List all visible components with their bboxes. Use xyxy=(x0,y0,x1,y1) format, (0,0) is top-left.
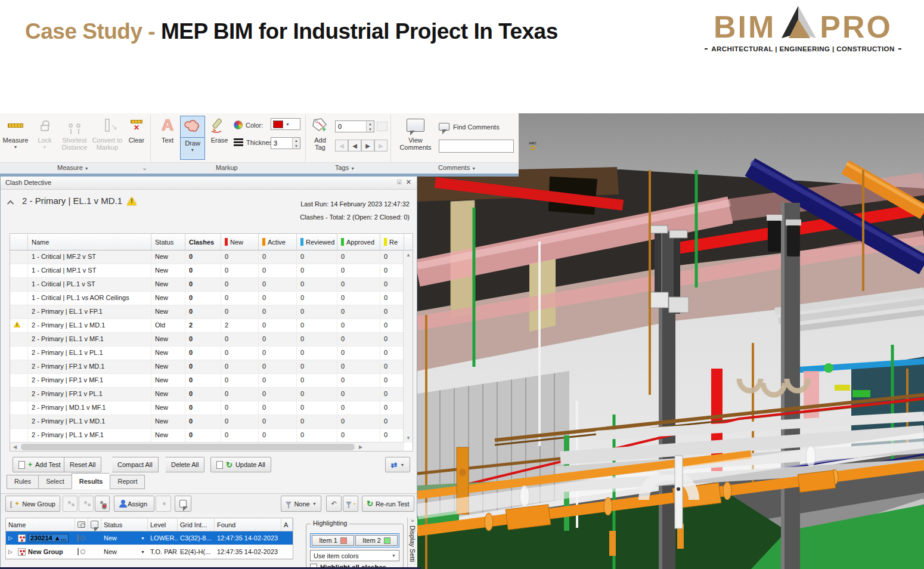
3d-model-viewport[interactable] xyxy=(417,113,924,569)
tag-number-stepper[interactable]: 0 ▲▼ xyxy=(335,120,374,132)
measure-group-label[interactable]: Measure ▼ xyxy=(57,164,89,171)
add-to-group-button[interactable] xyxy=(63,496,77,512)
compact-all-button[interactable]: Compact All xyxy=(112,457,159,472)
results-header-found[interactable]: Found xyxy=(215,518,281,531)
explode-group-button[interactable]: ✕ xyxy=(95,496,110,512)
tab-rules[interactable]: Rules xyxy=(7,475,38,489)
table-row[interactable]: 2 - Primary | PL.1 v MD.1New000000 xyxy=(10,415,413,429)
table-row[interactable]: 1 - Critical | PL.1 vs AOR CeilingsNew00… xyxy=(10,292,413,305)
filter-dropdown[interactable]: None ▼ xyxy=(281,496,321,512)
tab-results[interactable]: Results xyxy=(72,473,110,489)
status-dropdown-icon[interactable]: ▼ xyxy=(138,536,148,540)
column-header-name[interactable]: Name xyxy=(28,234,151,250)
tab-select[interactable]: Select xyxy=(38,475,72,489)
table-row[interactable]: 2 - Primary | EL.1 v MF.1New000000 xyxy=(10,333,413,347)
column-header-new[interactable]: New xyxy=(221,234,259,250)
results-header-status[interactable]: Status xyxy=(101,518,148,531)
column-header-re[interactable]: Re xyxy=(380,234,404,250)
results-header-level[interactable]: Level xyxy=(148,518,178,531)
lock-button[interactable]: Lock▼ xyxy=(32,116,57,151)
find-comments-button[interactable]: Find Comments xyxy=(439,123,500,131)
row-camera-cell[interactable] xyxy=(75,548,101,555)
clash-detective-titlebar[interactable]: Clash Detective ⍗ ✕ xyxy=(1,177,417,190)
add-test-button[interactable]: + Add Test xyxy=(13,457,67,472)
tab-report[interactable]: Report xyxy=(110,475,145,489)
table-row[interactable]: 1 - Critical | MP.1 v STNew000000 xyxy=(10,264,413,278)
find-comments-input[interactable] xyxy=(439,140,529,152)
scrollbar-thumb[interactable] xyxy=(21,444,355,450)
first-tag-button[interactable]: ◀ xyxy=(335,140,348,151)
row-expander-icon[interactable]: ▷ xyxy=(6,535,15,541)
results-header-approved[interactable]: A xyxy=(281,518,293,531)
row-expander-icon[interactable]: ▷ xyxy=(6,549,15,555)
item2-button[interactable]: Item 2 xyxy=(355,535,398,546)
highlight-mode-dropdown[interactable]: Use item colors ▼ xyxy=(310,550,399,561)
text-markup-button[interactable]: A Text xyxy=(156,116,179,144)
table-row[interactable]: 2 - Primary | EL.1 v MD.1Old220000 xyxy=(10,319,413,333)
results-header-grid[interactable]: Grid Int... xyxy=(178,518,215,531)
row-status[interactable]: New xyxy=(101,534,138,542)
results-table-row[interactable]: ▷New GroupNew▼T.O. PAR...E2(4)-H(...12:4… xyxy=(6,545,293,559)
comment-button[interactable] xyxy=(175,496,191,512)
draw-button[interactable]: Draw▼ xyxy=(180,116,205,160)
column-header-approved[interactable]: Approved xyxy=(337,234,380,250)
pin-panel-icon[interactable]: ⍗ xyxy=(397,178,401,186)
measure-button[interactable]: Measure▼ xyxy=(1,116,30,151)
assign-button[interactable]: Assign xyxy=(114,496,154,512)
find-comments-search[interactable]: ABC xyxy=(439,140,514,153)
view-comments-button[interactable]: View Comments xyxy=(398,116,433,151)
tests-vertical-scrollbar[interactable]: ▲ ▼ xyxy=(403,251,413,443)
delete-all-button[interactable]: Delete All xyxy=(166,457,204,472)
results-header-name[interactable]: Name xyxy=(6,518,75,531)
next-tag-button[interactable]: ▶ xyxy=(361,140,374,151)
tags-group-label[interactable]: Tags ▼ xyxy=(335,164,355,171)
reset-all-button[interactable]: Reset All xyxy=(64,457,101,472)
new-group-button[interactable]: [✦ New Group xyxy=(5,496,60,512)
unassign-button[interactable] xyxy=(156,496,171,512)
row-camera-cell[interactable] xyxy=(75,534,101,542)
erase-button[interactable]: Erase xyxy=(207,116,231,144)
table-row[interactable]: 2 - Primary | FP.1 v MD.1New000000 xyxy=(10,360,413,374)
scroll-left-arrow[interactable]: ◀ xyxy=(10,444,20,450)
clash-group-name[interactable]: 230214 ▲... xyxy=(15,534,75,542)
filter-lock-button[interactable]: ▪ xyxy=(343,496,358,512)
column-header-status[interactable]: Status xyxy=(151,234,185,250)
table-row[interactable]: 2 - Primary | FP.1 v MF.1New000000 xyxy=(10,374,413,388)
thickness-stepper[interactable]: 3 ▲▼ xyxy=(271,137,300,149)
previous-tag-button[interactable]: ◀ xyxy=(348,140,361,151)
item1-button[interactable]: Item 1 xyxy=(312,535,354,546)
table-row[interactable]: 2 - Primary | FP.1 v PL.1New000000 xyxy=(10,388,413,401)
display-settings-tab[interactable]: » Display Setti xyxy=(407,518,417,569)
column-header-clashes[interactable]: Clashes xyxy=(185,234,221,250)
table-row[interactable]: 2 - Primary | EL.1 v PL.1New000000 xyxy=(10,347,413,360)
clear-button[interactable]: ✕ Clear xyxy=(125,116,148,144)
convert-to-markup-button[interactable]: Convert to Markup xyxy=(91,116,124,151)
comments-group-label[interactable]: Comments ▼ xyxy=(438,164,476,171)
measure-dialog-launcher[interactable]: ⌄ xyxy=(142,164,147,172)
column-header-reviewed[interactable]: Reviewed xyxy=(297,234,337,250)
add-tag-button[interactable]: + Add Tag xyxy=(309,116,331,151)
table-row[interactable]: 1 - Critical | MF.2 v STNew000000 xyxy=(10,251,413,264)
rerun-test-button[interactable]: ↻ Re-run Test xyxy=(362,496,414,512)
remove-from-group-button[interactable] xyxy=(79,496,94,512)
row-status[interactable]: New xyxy=(101,548,138,555)
table-row[interactable]: 2 - Primary | MD.1 v MF.1New000000 xyxy=(10,401,413,415)
shortest-distance-button[interactable]: Shortest Distance xyxy=(58,116,91,151)
close-panel-icon[interactable]: ✕ xyxy=(406,178,411,186)
clash-group-name[interactable]: New Group xyxy=(15,548,75,556)
table-row[interactable]: 1 - Critical | PL.1 v STNew000000 xyxy=(10,278,413,292)
scroll-right-arrow[interactable]: ▶ xyxy=(356,444,365,450)
status-dropdown-icon[interactable]: ▼ xyxy=(138,550,148,554)
column-header-active[interactable]: Active xyxy=(259,234,297,250)
import-export-button[interactable]: ⇄▼ xyxy=(385,457,410,472)
results-table-row[interactable]: ▷230214 ▲...New▼LOWER...C3(32)-8...12:47… xyxy=(6,531,293,545)
table-row[interactable]: 2 - Primary | PL.1 v MF.1New000000 xyxy=(10,429,413,443)
collapse-test-header-button[interactable] xyxy=(9,199,14,206)
table-row[interactable]: 2 - Primary | EL.1 v FP.1New000000 xyxy=(10,305,413,319)
tests-horizontal-scrollbar[interactable]: ◀ ▶ xyxy=(10,442,404,451)
last-tag-button[interactable]: ▶ xyxy=(374,140,387,151)
renumber-tags-button[interactable] xyxy=(377,122,387,131)
update-all-button[interactable]: ↻ Update All xyxy=(210,457,271,472)
undo-button[interactable]: ↶ xyxy=(326,496,342,512)
markup-color-picker[interactable]: ▼ xyxy=(271,118,300,130)
